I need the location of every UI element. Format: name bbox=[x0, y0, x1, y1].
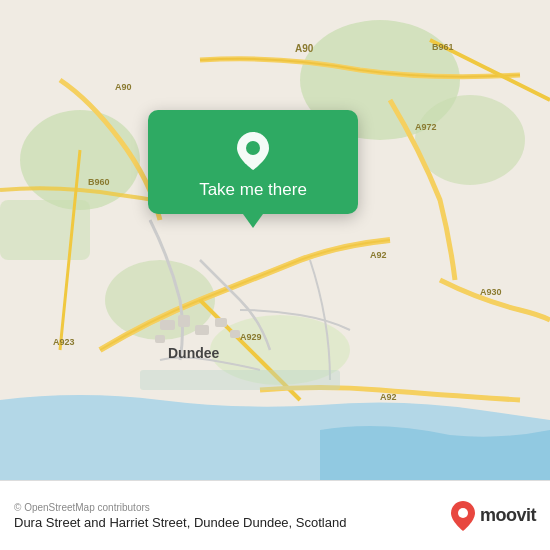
take-me-there-button[interactable]: Take me there bbox=[199, 180, 307, 200]
svg-text:A92: A92 bbox=[380, 392, 397, 402]
svg-rect-19 bbox=[160, 320, 175, 330]
svg-text:A930: A930 bbox=[480, 287, 502, 297]
svg-text:A92: A92 bbox=[370, 250, 387, 260]
svg-rect-21 bbox=[155, 335, 165, 343]
svg-rect-25 bbox=[140, 370, 340, 390]
popup-arrow bbox=[243, 214, 263, 228]
svg-rect-5 bbox=[0, 200, 90, 260]
footer-text-block: © OpenStreetMap contributors Dura Street… bbox=[14, 502, 440, 530]
svg-text:Dundee: Dundee bbox=[168, 345, 220, 361]
footer: © OpenStreetMap contributors Dura Street… bbox=[0, 480, 550, 550]
svg-rect-23 bbox=[215, 318, 227, 327]
svg-point-27 bbox=[458, 508, 468, 518]
moovit-text: moovit bbox=[480, 505, 536, 526]
app: A90 B960 B961 A972 A923 A90 B960 A929 A9… bbox=[0, 0, 550, 550]
location-name: Dura Street and Harriet Street, Dundee D… bbox=[14, 515, 440, 530]
svg-text:A923: A923 bbox=[53, 337, 75, 347]
moovit-logo: moovit bbox=[450, 500, 536, 532]
svg-text:A90: A90 bbox=[115, 82, 132, 92]
attribution-text: © OpenStreetMap contributors bbox=[14, 502, 440, 513]
location-pin-icon bbox=[231, 128, 275, 172]
svg-text:A90: A90 bbox=[295, 43, 314, 54]
svg-text:B960: B960 bbox=[88, 177, 110, 187]
map-container: A90 B960 B961 A972 A923 A90 B960 A929 A9… bbox=[0, 0, 550, 480]
svg-rect-24 bbox=[230, 330, 240, 338]
svg-text:A972: A972 bbox=[415, 122, 437, 132]
svg-rect-22 bbox=[195, 325, 209, 335]
svg-text:B961: B961 bbox=[432, 42, 454, 52]
svg-point-4 bbox=[415, 95, 525, 185]
moovit-pin-icon bbox=[450, 500, 476, 532]
svg-text:A929: A929 bbox=[240, 332, 262, 342]
popup-card[interactable]: Take me there bbox=[148, 110, 358, 214]
map-svg: A90 B960 B961 A972 A923 A90 B960 A929 A9… bbox=[0, 0, 550, 480]
svg-point-26 bbox=[246, 141, 260, 155]
svg-rect-20 bbox=[178, 315, 190, 327]
